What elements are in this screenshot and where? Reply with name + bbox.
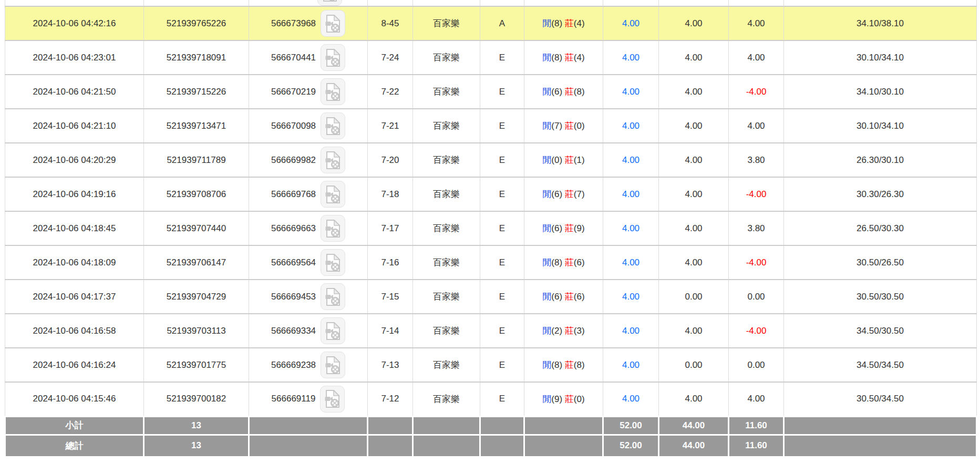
player-points: (6) (551, 189, 562, 199)
cell-table-letter: E (480, 109, 524, 143)
video-file-icon[interactable] (321, 147, 345, 173)
cell-game-type: 百家樂 (413, 382, 480, 416)
bet-amount-link[interactable]: 4.00 (622, 257, 639, 267)
win-loss: 0.00 (747, 360, 765, 370)
cell-balance: 30.50/30.50 (784, 280, 977, 314)
banker-points: (1) (574, 155, 585, 165)
cell-game-type: 百家樂 (413, 75, 480, 109)
cell-shoe-round: 7-17 (368, 211, 413, 245)
round-id: 566669453 (271, 292, 316, 302)
player-points: (8) (551, 360, 562, 370)
cell-result: 閒(9) 莊(0) (524, 382, 603, 416)
video-file-icon[interactable] (321, 181, 345, 208)
banker-points: (4) (574, 53, 585, 63)
cell-shoe-round: 7-14 (368, 314, 413, 348)
partial-cell (368, 0, 413, 6)
cell-valid-bet: 4.00 (659, 382, 729, 416)
cell-round-id: 566669453 (249, 280, 368, 314)
video-file-icon[interactable] (321, 78, 345, 105)
cell-game-type: 百家樂 (413, 40, 480, 75)
cell-shoe-round: 7-15 (368, 280, 413, 314)
shoe-round: 7-13 (381, 360, 399, 370)
shoe-round: 7-16 (381, 257, 399, 267)
video-file-icon[interactable] (321, 352, 345, 378)
bet-history-table: 2024-10-06 04:42:16 521939765226 5666739… (4, 0, 977, 458)
cell-bet-amount: 4.00 (603, 348, 659, 382)
cell-round-id: 566669564 (249, 245, 368, 280)
bet-time: 2024-10-06 04:21:50 (33, 87, 116, 97)
video-file-icon[interactable] (321, 112, 345, 139)
cell-result: 閒(8) 莊(4) (524, 6, 603, 40)
win-loss: -4.00 (746, 257, 767, 267)
partial-cell (524, 0, 603, 6)
bet-time: 2024-10-06 04:15:46 (33, 394, 116, 404)
player-label: 閒 (542, 53, 551, 63)
cell-bet-id: 521939715226 (144, 75, 249, 109)
round-id: 566669982 (271, 155, 316, 166)
cell-game-type: 百家樂 (413, 348, 480, 382)
valid-bet: 0.00 (685, 360, 702, 370)
cell-table-letter: E (480, 382, 524, 416)
subtotal-row: 小計 13 52.00 44.00 11.60 (5, 416, 977, 435)
bet-amount-link[interactable]: 4.00 (622, 53, 639, 63)
win-loss: 4.00 (747, 121, 765, 131)
valid-bet: 4.00 (685, 257, 702, 267)
cell-table-letter: E (480, 280, 524, 314)
cell-result: 閒(6) 莊(8) (524, 75, 603, 109)
bet-amount-link[interactable]: 4.00 (622, 292, 639, 302)
cell-valid-bet: 0.00 (659, 280, 729, 314)
cell-win-loss: 4.00 (729, 40, 784, 75)
video-file-icon[interactable] (321, 10, 345, 37)
bet-id: 521939700182 (167, 394, 226, 404)
total-empty-cell (784, 435, 977, 457)
video-file-icon[interactable] (321, 283, 345, 310)
player-label: 閒 (542, 121, 551, 131)
bet-amount-link[interactable]: 4.00 (622, 360, 639, 370)
balance-before-after: 30.10/34.10 (857, 53, 904, 63)
player-points: (6) (551, 223, 562, 233)
bet-time: 2024-10-06 04:16:24 (33, 360, 116, 370)
cell-win-loss: 3.80 (729, 143, 784, 177)
bet-amount-link[interactable]: 4.00 (622, 155, 639, 165)
bet-amount-link[interactable]: 4.00 (622, 121, 639, 131)
bet-amount-link[interactable]: 4.00 (622, 189, 639, 199)
banker-label: 莊 (565, 189, 574, 199)
cell-table-letter: E (480, 143, 524, 177)
cell-table-letter: E (480, 211, 524, 245)
video-file-icon[interactable] (320, 386, 345, 413)
cell-table-letter: E (480, 348, 524, 382)
bet-amount-link[interactable]: 4.00 (622, 18, 639, 28)
table-row: 2024-10-06 04:20:29 521939711789 5666699… (5, 143, 977, 177)
cell-round-id: 566670219 (249, 75, 368, 109)
shoe-round: 7-20 (381, 155, 399, 165)
bet-amount-link[interactable]: 4.00 (622, 326, 639, 336)
cell-result: 閒(6) 莊(9) (524, 211, 603, 245)
cell-balance: 26.30/30.10 (784, 143, 977, 177)
total-bet-total: 52.00 (603, 435, 659, 457)
banker-points: (0) (574, 394, 585, 404)
table-row: 2024-10-06 04:23:01 521939718091 5666704… (5, 40, 977, 75)
table-row: 2024-10-06 04:21:10 521939713471 5666700… (5, 109, 977, 143)
bet-time: 2024-10-06 04:23:01 (33, 53, 116, 63)
partial-cell (729, 0, 784, 6)
video-file-icon[interactable] (317, 0, 342, 6)
bet-amount-link[interactable]: 4.00 (622, 394, 639, 404)
cell-bet-amount: 4.00 (603, 280, 659, 314)
video-file-icon[interactable] (321, 44, 345, 71)
video-file-icon[interactable] (321, 215, 345, 242)
valid-bet: 4.00 (685, 223, 702, 233)
video-file-icon[interactable] (321, 249, 345, 276)
bet-id: 521939718091 (167, 53, 226, 63)
table-row: 2024-10-06 04:18:09 521939706147 5666695… (5, 245, 977, 280)
subtotal-count: 13 (144, 416, 249, 435)
total-empty-cell (524, 435, 603, 457)
cell-valid-bet: 4.00 (659, 109, 729, 143)
game-type: 百家樂 (433, 87, 460, 97)
valid-bet: 0.00 (685, 292, 702, 302)
cell-round-id: 566673968 (249, 6, 368, 40)
bet-amount-link[interactable]: 4.00 (622, 223, 639, 233)
game-type: 百家樂 (433, 189, 460, 199)
bet-amount-link[interactable]: 4.00 (622, 87, 639, 97)
video-file-icon[interactable] (321, 317, 345, 344)
cell-valid-bet: 4.00 (659, 75, 729, 109)
